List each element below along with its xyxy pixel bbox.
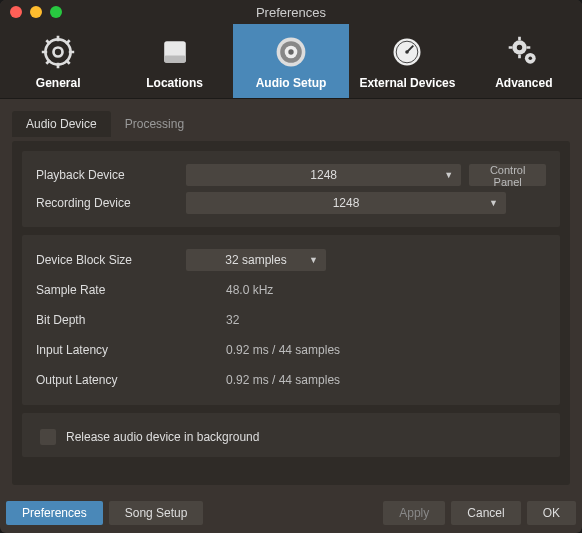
- preferences-button[interactable]: Preferences: [6, 501, 103, 525]
- bit-depth-label: Bit Depth: [36, 313, 186, 327]
- drive-icon: [157, 34, 193, 70]
- audio-device-panel: Playback Device 1248 ▼ Control Panel Rec…: [12, 141, 570, 485]
- chevron-down-icon: ▼: [489, 198, 498, 208]
- svg-line-7: [66, 60, 70, 64]
- sample-rate-value: 48.0 kHz: [186, 283, 273, 297]
- svg-line-6: [47, 40, 51, 44]
- ok-button[interactable]: OK: [527, 501, 576, 525]
- recording-device-label: Recording Device: [36, 196, 186, 210]
- release-audio-checkbox[interactable]: [40, 429, 56, 445]
- content-area: Audio Device Processing Playback Device …: [0, 99, 582, 493]
- titlebar: Preferences: [0, 0, 582, 24]
- gear-icon: [40, 34, 76, 70]
- control-panel-button[interactable]: Control Panel: [469, 164, 546, 186]
- cancel-button[interactable]: Cancel: [451, 501, 520, 525]
- tab-processing[interactable]: Processing: [111, 111, 198, 137]
- playback-device-select[interactable]: 1248 ▼: [186, 164, 461, 186]
- svg-point-15: [288, 49, 293, 54]
- recording-device-select[interactable]: 1248 ▼: [186, 192, 506, 214]
- toolbar-label: Advanced: [495, 76, 552, 90]
- window-title: Preferences: [0, 5, 582, 20]
- chevron-down-icon: ▼: [444, 170, 453, 180]
- toolbar-audio-setup[interactable]: Audio Setup: [233, 24, 349, 98]
- release-group: Release audio device in background: [22, 413, 560, 457]
- release-audio-label: Release audio device in background: [66, 430, 259, 444]
- block-size-select[interactable]: 32 samples ▼: [186, 249, 326, 271]
- preferences-window: Preferences General Locations Audio Setu…: [0, 0, 582, 533]
- toolbar-advanced[interactable]: Advanced: [466, 24, 582, 98]
- toolbar-label: Locations: [146, 76, 203, 90]
- toolbar-label: General: [36, 76, 81, 90]
- toolbar-external-devices[interactable]: External Devices: [349, 24, 465, 98]
- toolbar: General Locations Audio Setup External D…: [0, 24, 582, 99]
- sub-tabs: Audio Device Processing: [12, 111, 570, 137]
- playback-device-value: 1248: [310, 168, 337, 182]
- input-latency-label: Input Latency: [36, 343, 186, 357]
- svg-point-22: [517, 45, 522, 50]
- playback-device-label: Playback Device: [36, 168, 186, 182]
- recording-device-value: 1248: [333, 196, 360, 210]
- gauge-icon: [389, 34, 425, 70]
- toolbar-label: Audio Setup: [256, 76, 327, 90]
- sample-rate-label: Sample Rate: [36, 283, 186, 297]
- apply-button[interactable]: Apply: [383, 501, 445, 525]
- gears-icon: [506, 34, 542, 70]
- bit-depth-value: 32: [186, 313, 239, 327]
- toolbar-label: External Devices: [359, 76, 455, 90]
- svg-point-19: [406, 50, 410, 54]
- toolbar-general[interactable]: General: [0, 24, 116, 98]
- block-size-label: Device Block Size: [36, 253, 186, 267]
- svg-point-23: [528, 57, 532, 61]
- input-latency-value: 0.92 ms / 44 samples: [186, 343, 340, 357]
- chevron-down-icon: ▼: [309, 255, 318, 265]
- song-setup-button[interactable]: Song Setup: [109, 501, 204, 525]
- svg-line-9: [66, 40, 70, 44]
- toolbar-locations[interactable]: Locations: [116, 24, 232, 98]
- tab-audio-device[interactable]: Audio Device: [12, 111, 111, 137]
- svg-line-8: [47, 60, 51, 64]
- device-group: Playback Device 1248 ▼ Control Panel Rec…: [22, 151, 560, 227]
- output-latency-label: Output Latency: [36, 373, 186, 387]
- footer: Preferences Song Setup Apply Cancel OK: [0, 493, 582, 533]
- svg-point-1: [54, 48, 63, 57]
- svg-rect-11: [164, 56, 186, 63]
- settings-group: Device Block Size 32 samples ▼ Sample Ra…: [22, 235, 560, 405]
- block-size-value: 32 samples: [225, 253, 286, 267]
- output-latency-value: 0.92 ms / 44 samples: [186, 373, 340, 387]
- speaker-icon: [273, 34, 309, 70]
